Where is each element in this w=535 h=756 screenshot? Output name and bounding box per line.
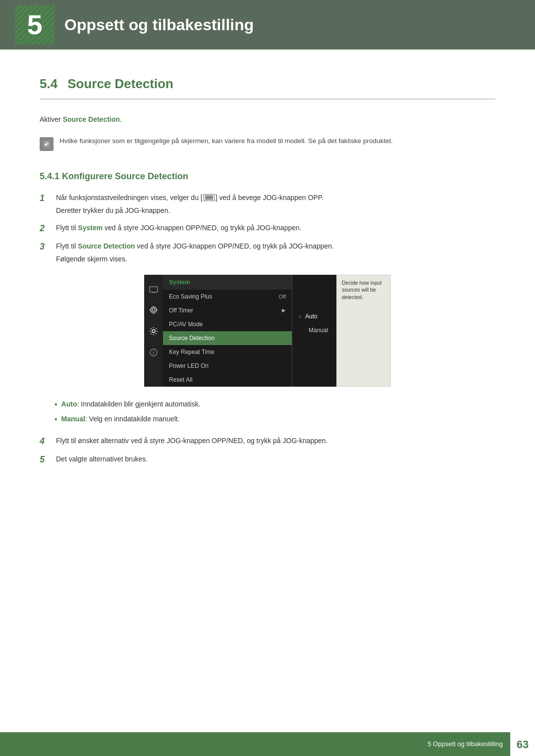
intro-suffix: . bbox=[120, 115, 122, 123]
step-item-4: 4 Flytt til ønsket alternativ ved å styr… bbox=[40, 435, 495, 448]
step-item-1: 1 Når funksjonstastveiledningen vises, v… bbox=[40, 192, 495, 216]
submenu-label-manual: Manual bbox=[309, 326, 328, 335]
step-item-2: 2 Flytt til System ved å styre JOG-knapp… bbox=[40, 222, 495, 235]
footer-page-number: 63 bbox=[510, 732, 535, 756]
step-number-2: 2 bbox=[40, 222, 52, 235]
main-content: 5.4 Source Detection Aktiver Source Dete… bbox=[0, 50, 535, 515]
step3-subtext: Følgende skjerm vises. bbox=[56, 253, 495, 264]
svg-text:i: i bbox=[153, 350, 155, 355]
svg-point-3 bbox=[151, 307, 157, 313]
step3-prefix: Flytt til bbox=[56, 242, 78, 250]
step-number-1: 1 bbox=[40, 192, 52, 204]
check-mark-icon: ✓ bbox=[298, 312, 303, 321]
bullet-manual-text: : Velg en inndatakilde manuelt. bbox=[85, 415, 180, 423]
submenu-item-manual: Manual bbox=[292, 323, 336, 337]
menu-item-pcav: PC/AV Mode bbox=[163, 317, 292, 331]
menu-label-pcav: PC/AV Mode bbox=[169, 320, 203, 329]
help-tooltip: Decide how input sources will be detecte… bbox=[336, 275, 391, 387]
screen-wrapper: i System Eco Saving Plus Off Off Timer ▶… bbox=[144, 275, 391, 387]
screen-icon-gear bbox=[149, 327, 158, 339]
menu-label-resetall: Reset All bbox=[169, 375, 192, 384]
submenu-item-auto: ✓ Auto bbox=[292, 309, 336, 323]
section-number: 5.4 bbox=[40, 74, 57, 94]
step5-text: Det valgte alternativet brukes. bbox=[56, 455, 148, 463]
menu-label-powerled: Power LED On bbox=[169, 361, 209, 370]
svg-point-4 bbox=[152, 308, 155, 311]
steps-list: 1 Når funksjonstastveiledningen vises, v… bbox=[40, 192, 495, 265]
submenu-popup: ✓ Auto Manual bbox=[292, 275, 336, 387]
step-text-2: Flytt til System ved å styre JOG-knappen… bbox=[56, 222, 495, 233]
svg-rect-2 bbox=[152, 292, 155, 293]
bullet-highlight-auto: Auto bbox=[61, 400, 77, 408]
intro-text: Aktiver Source Detection. bbox=[40, 114, 495, 125]
bullet-item-auto: • Auto: Inndatakilden blir gjenkjent aut… bbox=[54, 399, 495, 410]
step1-text-after: ] ved å bevege JOG-knappen OPP. bbox=[215, 194, 323, 202]
screen-icon-2 bbox=[149, 305, 158, 318]
note-text: Hvilke funksjoner som er tilgjengelige p… bbox=[59, 136, 393, 146]
chapter-number-box: 5 bbox=[15, 5, 54, 45]
screen-menu: System Eco Saving Plus Off Off Timer ▶ P… bbox=[163, 275, 292, 387]
header-banner: 5 Oppsett og tilbakestilling bbox=[0, 0, 535, 50]
step4-text: Flytt til ønsket alternativ ved å styre … bbox=[56, 437, 328, 445]
menu-header: System bbox=[163, 275, 292, 290]
menu-item-eco: Eco Saving Plus Off bbox=[163, 290, 292, 303]
pencil-icon bbox=[42, 140, 51, 149]
chapter-title: Oppsett og tilbakestilling bbox=[64, 13, 254, 37]
footer-text: 5 Oppsett og tilbakestilling bbox=[428, 739, 503, 749]
step-item-3: 3 Flytt til Source Detection ved å styre… bbox=[40, 241, 495, 265]
bullet-dot-manual: • bbox=[54, 414, 57, 425]
subsection-heading: 5.4.1 Konfigurere Source Detection bbox=[40, 170, 495, 183]
menu-item-offtimer: Off Timer ▶ bbox=[163, 303, 292, 317]
bullet-list: • Auto: Inndatakilden blir gjenkjent aut… bbox=[54, 399, 495, 425]
svg-point-9 bbox=[152, 330, 155, 333]
step1-text-before: Når funksjonstastveiledningen vises, vel… bbox=[56, 194, 203, 202]
menu-label-eco: Eco Saving Plus bbox=[169, 292, 212, 301]
screen-icon-1 bbox=[149, 285, 158, 297]
step-text-1: Når funksjonstastveiledningen vises, vel… bbox=[56, 192, 495, 216]
bullet-auto-text: : Inndatakilden blir gjenkjent automatis… bbox=[77, 400, 201, 408]
intro-prefix: Aktiver bbox=[40, 115, 63, 123]
step-text-5: Det valgte alternativet brukes. bbox=[56, 454, 495, 464]
step2-suffix: ved å styre JOG-knappen OPP/NED, og tryk… bbox=[103, 224, 302, 232]
steps-list-2: 4 Flytt til ønsket alternativ ved å styr… bbox=[40, 435, 495, 466]
menu-item-resetall: Reset All bbox=[163, 373, 292, 387]
step-number-3: 3 bbox=[40, 241, 52, 253]
screen-container: i System Eco Saving Plus Off Off Timer ▶… bbox=[40, 275, 495, 387]
menu-label-sourcedetection: Source Detection bbox=[169, 334, 214, 343]
step2-highlight: System bbox=[78, 224, 103, 232]
step-text-4: Flytt til ønsket alternativ ved å styre … bbox=[56, 435, 495, 446]
step-item-5: 5 Det valgte alternativet brukes. bbox=[40, 454, 495, 466]
step-number-5: 5 bbox=[40, 454, 52, 466]
intro-highlight: Source Detection bbox=[63, 115, 120, 123]
note-icon bbox=[40, 137, 54, 151]
section-heading: 5.4 Source Detection bbox=[40, 74, 495, 100]
subsection-title: Konfigurere Source Detection bbox=[62, 171, 188, 181]
menu-item-sourcedetection: Source Detection bbox=[163, 331, 292, 345]
menu-item-keyrepeat: Key Repeat Time bbox=[163, 345, 292, 359]
note-box: Hvilke funksjoner som er tilgjengelige p… bbox=[40, 132, 495, 155]
screen-icon-info: i bbox=[150, 348, 158, 360]
menu-item-powerled: Power LED On bbox=[163, 359, 292, 373]
step-text-3: Flytt til Source Detection ved å styre J… bbox=[56, 241, 495, 265]
step2-prefix: Flytt til bbox=[56, 224, 78, 232]
footer: 5 Oppsett og tilbakestilling 63 bbox=[0, 732, 535, 756]
bullet-item-manual: • Manual: Velg en inndatakilde manuelt. bbox=[54, 414, 495, 425]
svg-rect-1 bbox=[150, 287, 158, 292]
step1-subtext: Deretter trykker du på JOG-knappen. bbox=[56, 205, 495, 216]
menu-icon-inline bbox=[204, 194, 214, 201]
step-number-4: 4 bbox=[40, 435, 52, 448]
menu-label-keyrepeat: Key Repeat Time bbox=[169, 348, 214, 356]
bullet-text-manual: Manual: Velg en inndatakilde manuelt. bbox=[61, 414, 180, 424]
submenu-label-auto: Auto bbox=[305, 312, 318, 321]
menu-value-eco: Off bbox=[279, 293, 286, 301]
menu-label-offtimer: Off Timer bbox=[169, 306, 193, 315]
screen-left-icons: i bbox=[144, 275, 163, 387]
chapter-number: 5 bbox=[27, 4, 42, 46]
bullet-highlight-manual: Manual bbox=[61, 415, 85, 423]
step3-highlight: Source Detection bbox=[78, 242, 135, 250]
bullet-text-auto: Auto: Inndatakilden blir gjenkjent autom… bbox=[61, 399, 201, 409]
subsection-number: 5.4.1 bbox=[40, 171, 59, 181]
bullet-dot-auto: • bbox=[54, 399, 57, 410]
section-title: Source Detection bbox=[67, 74, 173, 94]
menu-arrow-offtimer: ▶ bbox=[282, 306, 286, 314]
